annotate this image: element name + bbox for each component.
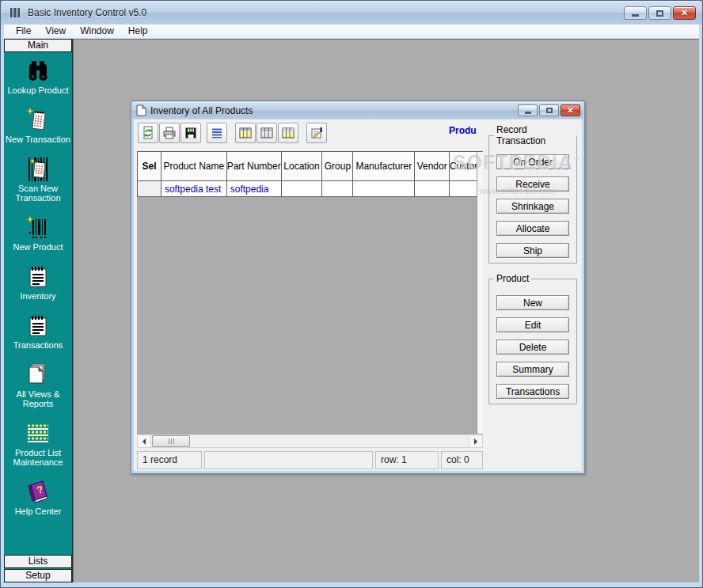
transactions-button[interactable]: Transactions (496, 384, 569, 399)
print-button[interactable] (159, 123, 180, 143)
maximize-button[interactable] (648, 6, 671, 20)
help-book-icon: ? (25, 480, 51, 505)
grid-highlight-icon (238, 126, 253, 140)
grid-highlight-button[interactable] (235, 123, 256, 143)
group-title: Record Transaction (494, 124, 576, 146)
cell-product-name[interactable]: softpedia test (162, 181, 227, 197)
app-client-area: Main Lookup Product (4, 39, 699, 582)
sidebar-item-label: Inventory (5, 291, 71, 301)
summary-button[interactable]: Summary (496, 362, 569, 377)
binoculars-icon (26, 59, 50, 84)
sidebar-item-label: Scan New Transaction (5, 184, 71, 203)
allocate-button[interactable]: Allocate (496, 221, 569, 236)
cell-location[interactable] (282, 181, 323, 197)
row-status: row: 1 (375, 451, 439, 469)
cell-part-number[interactable]: softpedia (227, 181, 282, 197)
close-button[interactable]: ✕ (673, 6, 696, 20)
refresh-button[interactable] (138, 123, 158, 143)
sidebar-item-inventory[interactable]: Inventory (4, 264, 72, 301)
sidebar-item-label: Help Center (5, 506, 71, 516)
sidebar-item-scan-new-transaction[interactable]: Scan New Transaction (4, 157, 72, 203)
scroll-left-button[interactable] (138, 435, 151, 447)
grid-plain-icon (260, 126, 274, 140)
sidebar-item-label: New Product (5, 242, 71, 252)
sidebar-item-help-center[interactable]: ? Help Center (4, 480, 72, 516)
delete-product-button[interactable]: Delete (496, 340, 569, 355)
cell-manufacturer[interactable] (353, 181, 415, 197)
mdi-workspace: Inventory of All Products ✕ (73, 39, 699, 582)
on-order-button[interactable]: On Order (496, 154, 569, 169)
grid-plain-button[interactable] (256, 123, 277, 143)
sidebar-item-label: All Views & Reports (5, 389, 71, 408)
refresh-icon (141, 126, 155, 140)
sidebar-item-label: New Transaction (5, 135, 71, 144)
list-view-button[interactable] (207, 123, 227, 143)
arrow-right-icon (474, 438, 477, 445)
menu-help[interactable]: Help (121, 25, 155, 38)
column-header-part-number[interactable]: Part Number (227, 152, 282, 181)
close-icon: ✕ (681, 8, 688, 18)
inventory-window-client: Produ Sel Product Name Part Number Locat… (134, 119, 582, 471)
menu-window[interactable]: Window (73, 25, 121, 38)
sidebar-tab-lists[interactable]: Lists (4, 555, 72, 568)
menu-file[interactable]: File (9, 25, 38, 38)
inner-restore-button[interactable] (539, 104, 559, 116)
status-bar: 1 record row: 1 col: 0 (137, 451, 483, 469)
record-count-status: 1 record (137, 451, 202, 469)
maximize-icon (656, 10, 663, 17)
shrinkage-button[interactable]: Shrinkage (496, 199, 569, 214)
table-row[interactable]: softpedia test softpedia (137, 181, 483, 197)
scroll-right-button[interactable] (469, 435, 482, 447)
group-title: Product (494, 273, 531, 284)
inner-minimize-button[interactable] (518, 104, 538, 116)
restore-icon (546, 108, 553, 113)
sidebar-item-transactions[interactable]: Transactions (4, 313, 72, 350)
toolbar (138, 122, 328, 144)
product-group: Product New Edit Delete Summary Transact… (488, 273, 577, 404)
export-excel-button[interactable] (180, 123, 201, 143)
inventory-window-titlebar[interactable]: Inventory of All Products ✕ (132, 102, 583, 119)
sidebar-tab-setup[interactable]: Setup (4, 569, 72, 582)
column-header-vendor[interactable]: Vendor (415, 152, 450, 181)
export-excel-icon (184, 126, 198, 140)
app-window: Basic Inventory Control v5.0 ✕ File View… (0, 0, 703, 588)
sidebar-item-new-product[interactable]: New Product (4, 215, 72, 252)
grid-partial-button[interactable] (278, 123, 298, 143)
list-view-icon (210, 126, 224, 140)
column-header-sel[interactable]: Sel (138, 152, 162, 181)
row-select-cell[interactable] (138, 181, 162, 197)
sidebar-item-lookup-product[interactable]: Lookup Product (4, 59, 72, 95)
column-header-location[interactable]: Location (282, 152, 323, 181)
sidebar-item-new-transaction[interactable]: New Transaction (4, 108, 72, 144)
vertical-scrollbar[interactable] (477, 152, 483, 434)
document-icon (136, 104, 146, 116)
sidebar-item-label: Product List Maintenance (5, 448, 71, 467)
column-header-manufacturer[interactable]: Manufacturer (353, 152, 415, 181)
cell-group[interactable] (322, 181, 353, 197)
column-header-group[interactable]: Group (322, 152, 353, 181)
close-icon: ✕ (567, 106, 573, 115)
new-transaction-icon (26, 108, 50, 133)
cell-vendor[interactable] (415, 181, 450, 197)
column-header-product-name[interactable]: Product Name (162, 152, 227, 181)
products-grid: Sel Product Name Part Number Location Gr… (137, 151, 483, 434)
inner-close-button[interactable]: ✕ (560, 104, 580, 116)
scrollbar-thumb[interactable] (152, 435, 190, 447)
sidebar-item-product-list-maintenance[interactable]: Product List Maintenance (4, 421, 72, 467)
sidebar: Main Lookup Product (4, 39, 73, 582)
minimize-button[interactable] (624, 6, 647, 20)
new-product-button[interactable]: New (496, 295, 569, 310)
action-panel: Record Transaction On Order Receive Shri… (483, 119, 582, 471)
properties-button[interactable] (306, 123, 327, 143)
minimize-icon (632, 14, 639, 17)
sidebar-tab-main[interactable]: Main (4, 39, 72, 52)
edit-product-button[interactable]: Edit (496, 317, 569, 332)
receive-button[interactable]: Receive (496, 176, 569, 192)
inventory-window: Inventory of All Products ✕ (131, 101, 585, 474)
menu-view[interactable]: View (38, 25, 73, 38)
status-spacer (204, 451, 373, 469)
horizontal-scrollbar[interactable] (137, 434, 483, 448)
ship-button[interactable]: Ship (496, 243, 569, 258)
sidebar-item-all-views-reports[interactable]: All Views & Reports (4, 362, 72, 408)
window-title: Basic Inventory Control v5.0 (28, 7, 146, 18)
